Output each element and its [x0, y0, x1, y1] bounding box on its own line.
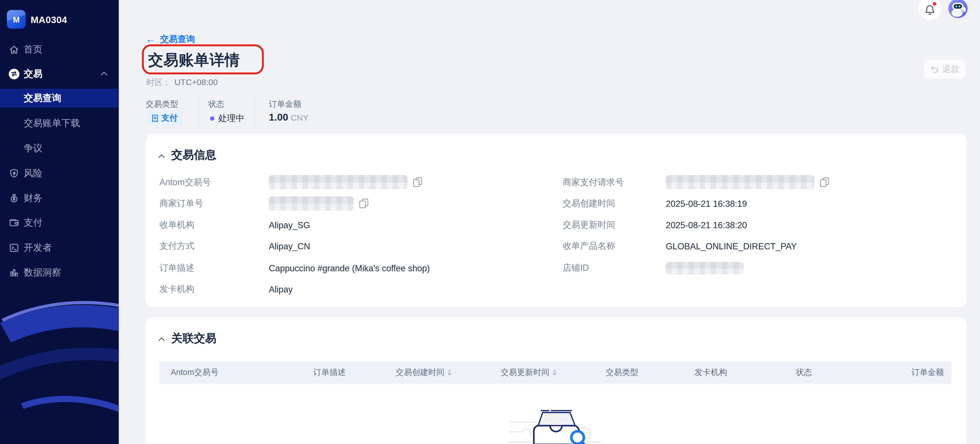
- divider: [199, 95, 199, 127]
- sidebar-item-payments[interactable]: 支付: [0, 213, 119, 232]
- merchant-order-label: 商家订单号: [159, 198, 203, 209]
- logo-letter: M: [13, 15, 20, 24]
- status-value: 处理中: [218, 113, 244, 124]
- divider: [255, 95, 255, 127]
- collapse-chevron-icon: [159, 154, 165, 160]
- antom-id-masked-value: [269, 175, 408, 189]
- summary-amount-label: 订单金额: [269, 99, 301, 110]
- page-title: 交易账单详情: [148, 50, 240, 70]
- store-id-masked-value: [666, 261, 744, 274]
- updated-time-label: 交易更新时间: [563, 219, 615, 231]
- merchant-logo-row: M MA0304: [7, 10, 67, 29]
- transaction-type-badge: 支付: [146, 111, 183, 126]
- empty-state-illustration: [505, 402, 605, 444]
- developer-icon: [9, 242, 19, 253]
- sidebar-item-developer[interactable]: 开发者: [0, 238, 119, 257]
- acquirer-value: Alipay_SG: [269, 220, 310, 229]
- transaction-info-title: 交易信息: [171, 148, 216, 162]
- amount-currency: CNY: [291, 113, 309, 123]
- issuer-value: Alipay: [269, 284, 293, 294]
- created-time-label: 交易创建时间: [563, 198, 615, 209]
- copy-icon[interactable]: [413, 177, 422, 187]
- status-dot: [210, 116, 215, 121]
- related-transactions-collapse[interactable]: 关联交易: [159, 331, 216, 346]
- chevron-up-icon: [101, 72, 107, 78]
- sidebar-item-insights[interactable]: 数据洞察: [0, 263, 119, 282]
- refund-button[interactable]: 退款: [923, 59, 966, 80]
- robot-icon: [948, 0, 967, 18]
- sidebar-item-home[interactable]: 首页: [0, 40, 119, 59]
- back-arrow-icon: ←: [146, 34, 156, 44]
- sidebar-item-disputes[interactable]: 争议: [0, 139, 119, 158]
- col-issuer: 发卡机构: [683, 367, 784, 378]
- amount-value: 1.00: [269, 112, 288, 123]
- order-desc-value: Cappuccino #grande (Mika's coffee shop): [269, 263, 430, 273]
- shield-icon: [9, 168, 19, 178]
- back-link[interactable]: ← 交易查询: [146, 34, 195, 45]
- product-name-label: 收单产品名称: [563, 240, 615, 251]
- collapse-chevron-icon: [159, 337, 165, 344]
- antom-id-label: Antom交易号: [159, 177, 211, 188]
- updated-time-value: 2025-08-21 16:38:20: [666, 220, 747, 229]
- finance-icon: [9, 193, 19, 204]
- copy-icon[interactable]: [360, 198, 368, 208]
- col-created-time[interactable]: 交易创建时间: [384, 367, 490, 378]
- copy-icon[interactable]: [820, 177, 829, 187]
- col-status: 状态: [784, 367, 885, 378]
- col-order-desc: 订单描述: [302, 367, 385, 378]
- store-id-label: 店铺ID: [563, 262, 589, 274]
- merchant-request-masked-value: [666, 175, 815, 189]
- col-antom-id: Antom交易号: [159, 367, 302, 378]
- issuer-label: 发卡机构: [159, 283, 194, 295]
- related-transactions-title: 关联交易: [171, 331, 216, 346]
- summary-status-label: 状态: [208, 99, 224, 110]
- payment-method-value: Alipay_CN: [269, 241, 310, 251]
- notification-badge: [932, 1, 937, 6]
- sort-icon[interactable]: [447, 369, 451, 376]
- summary-type-label: 交易类型: [146, 99, 178, 110]
- transaction-info-collapse[interactable]: 交易信息: [159, 148, 216, 162]
- notification-button[interactable]: [918, 0, 942, 20]
- col-updated-time[interactable]: 交易更新时间: [490, 367, 595, 378]
- transactions-icon: [9, 68, 19, 79]
- sidebar-item-transaction-bill-download[interactable]: 交易账单下载: [0, 114, 119, 133]
- sidebar-item-risk[interactable]: 风险: [0, 164, 119, 183]
- timezone-label: 时区：: [146, 78, 171, 87]
- home-icon: [9, 44, 19, 55]
- created-time-value: 2025-08-21 16:38:19: [666, 198, 747, 208]
- sidebar-item-transaction-query[interactable]: 交易查询: [0, 89, 119, 108]
- sidebar-item-finance[interactable]: 财务: [0, 189, 119, 208]
- wallet-icon: [9, 217, 19, 228]
- product-name-value: GLOBAL_ONLINE_DIRECT_PAY: [666, 241, 797, 251]
- sort-icon[interactable]: [552, 369, 556, 376]
- assistant-avatar[interactable]: [948, 0, 967, 18]
- col-type: 交易类型: [595, 367, 683, 378]
- payment-method-label: 支付方式: [159, 240, 194, 251]
- merchant-request-label: 商家支付请求号: [563, 177, 624, 188]
- sidebar-item-transactions[interactable]: 交易: [0, 65, 119, 83]
- sidebar: M MA0304 首页 交易: [0, 0, 119, 444]
- merchant-logo: M: [7, 10, 25, 29]
- insights-icon: [9, 267, 19, 278]
- app-root: M MA0304 首页 交易: [0, 0, 980, 444]
- receipt-icon: [151, 114, 159, 122]
- acquirer-label: 收单机构: [159, 219, 194, 231]
- timezone-value: UTC+08:00: [174, 78, 218, 87]
- merchant-order-masked-value: [269, 196, 354, 211]
- col-amount: 订单金额: [885, 367, 951, 378]
- order-desc-label: 订单描述: [159, 262, 194, 274]
- undo-icon: [930, 65, 939, 74]
- related-table-header: Antom交易号 订单描述 交易创建时间 交易更新时间 交易类型 发卡机构 状态…: [159, 361, 951, 384]
- merchant-id: MA0304: [31, 14, 67, 25]
- timezone: 时区：UTC+08:00: [146, 77, 218, 88]
